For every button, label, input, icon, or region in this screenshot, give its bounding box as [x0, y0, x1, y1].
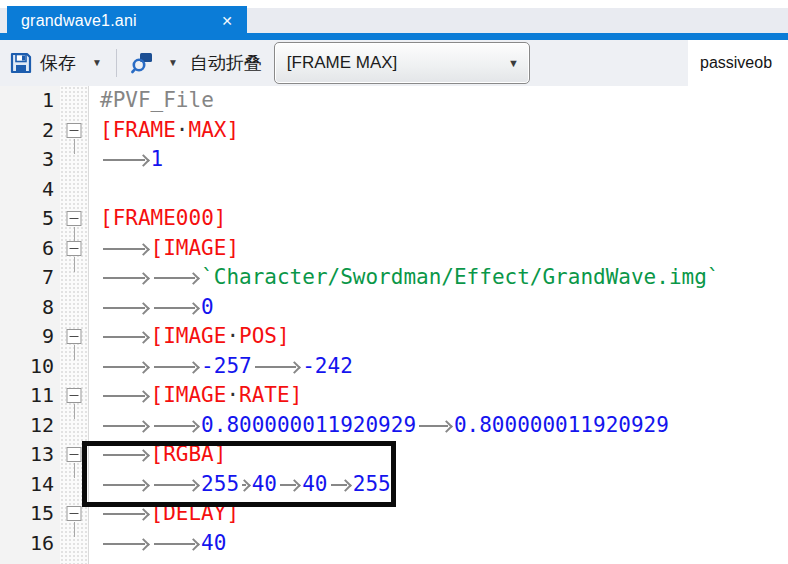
code-text — [88, 175, 100, 205]
code-line[interactable]: 1#PVF_File — [0, 86, 788, 116]
code-line[interactable]: 7`Character/Swordman/Effect/GrandWave.im… — [0, 263, 788, 293]
code-line[interactable]: 4 — [0, 175, 788, 205]
code-line[interactable]: 31 — [0, 145, 788, 175]
tab-arrow-icon — [416, 411, 454, 441]
fold-column — [60, 175, 88, 205]
code-text: [IMAGE·POS] — [88, 322, 290, 352]
fold-column — [60, 499, 88, 529]
autofold-button[interactable]: 自动折叠 — [190, 51, 262, 75]
tab-arrow-icon — [100, 293, 151, 323]
fold-column — [60, 86, 88, 116]
line-number: 13 — [0, 440, 60, 470]
code-token: · — [176, 118, 189, 142]
fold-column — [60, 470, 88, 500]
line-number: 2 — [0, 116, 60, 146]
fold-column — [60, 293, 88, 323]
tab-arrow-icon — [100, 529, 151, 559]
tab-arrow-icon — [277, 470, 302, 500]
fold-column — [60, 440, 88, 470]
fold-toggle-icon[interactable] — [67, 388, 82, 403]
tab-arrow-icon — [100, 145, 151, 175]
fold-column — [60, 234, 88, 264]
tab-arrow-icon — [100, 381, 151, 411]
code-token: [IMAGE — [151, 383, 227, 407]
code-token: [FRAME000] — [100, 206, 226, 230]
code-line[interactable]: 15[DELAY] — [0, 499, 788, 529]
combo-caret-icon: ▼ — [508, 58, 519, 69]
tab-arrow-icon — [252, 352, 303, 382]
code-token: [IMAGE — [151, 324, 227, 348]
code-text: 2554040255 — [88, 470, 391, 500]
tab-arrow-icon — [151, 470, 202, 500]
tab-arrow-icon — [151, 411, 202, 441]
line-number: 16 — [0, 529, 60, 559]
tab-arrow-icon — [151, 263, 202, 293]
code-text: 1 — [88, 145, 163, 175]
code-line[interactable]: 11[IMAGE·RATE] — [0, 381, 788, 411]
search-term-box[interactable]: passiveob — [688, 40, 788, 86]
code-token: -257 — [201, 354, 252, 378]
line-number: 15 — [0, 499, 60, 529]
tab-arrow-icon — [100, 499, 151, 529]
fold-column — [60, 204, 88, 234]
code-text: [DELAY] — [88, 499, 239, 529]
line-number: 4 — [0, 175, 60, 205]
save-dropdown-icon[interactable]: ▼ — [92, 58, 102, 68]
line-number: 8 — [0, 293, 60, 323]
fold-toggle-icon[interactable] — [67, 506, 82, 521]
code-token: 0.800000011920929 — [454, 413, 669, 437]
code-line[interactable]: 2[FRAME·MAX] — [0, 116, 788, 146]
tab-arrow-icon — [151, 293, 202, 323]
code-line[interactable]: 6[IMAGE] — [0, 234, 788, 264]
code-text: `Character/Swordman/Effect/GrandWave.img… — [88, 263, 719, 293]
code-token: RATE] — [239, 383, 302, 407]
fold-toggle-icon[interactable] — [67, 241, 82, 256]
line-number: 11 — [0, 381, 60, 411]
tab-strip: grandwave1.ani ✕ — [0, 0, 788, 40]
code-token: #PVF_File — [100, 88, 214, 112]
code-text: [IMAGE·RATE] — [88, 381, 302, 411]
fold-toggle-icon[interactable] — [67, 447, 82, 462]
code-token: 1 — [151, 147, 164, 171]
line-number: 1 — [0, 86, 60, 116]
code-lines: 1#PVF_File2[FRAME·MAX]3145[FRAME000]6[IM… — [0, 86, 788, 558]
code-text: [FRAME000] — [88, 204, 226, 234]
code-line[interactable]: 13[RGBA] — [0, 440, 788, 470]
code-token: 0 — [201, 295, 214, 319]
code-line[interactable]: 142554040255 — [0, 470, 788, 500]
tab-arrow-icon — [328, 470, 353, 500]
code-token: 40 — [302, 472, 327, 496]
line-number: 9 — [0, 322, 60, 352]
code-line[interactable]: 9[IMAGE·POS] — [0, 322, 788, 352]
code-editor[interactable]: 1#PVF_File2[FRAME·MAX]3145[FRAME000]6[IM… — [0, 86, 788, 564]
line-number: 6 — [0, 234, 60, 264]
fold-toggle-icon[interactable] — [67, 211, 82, 226]
active-tab-underline — [0, 33, 788, 40]
fold-toggle-icon[interactable] — [67, 329, 82, 344]
code-line[interactable]: 5[FRAME000] — [0, 204, 788, 234]
code-text: [FRAME·MAX] — [88, 116, 239, 146]
code-line[interactable]: 10-257-242 — [0, 352, 788, 382]
code-token: 40 — [201, 531, 226, 555]
code-token: MAX] — [189, 118, 240, 142]
fold-column — [60, 145, 88, 175]
tool-dropdown-icon[interactable]: ▼ — [168, 58, 178, 68]
editor-window: grandwave1.ani ✕ 保存 ▼ ▼ 自动折叠 [F — [0, 0, 788, 564]
fold-column — [60, 352, 88, 382]
fold-toggle-icon[interactable] — [67, 123, 82, 138]
tab-arrow-icon — [239, 470, 252, 500]
code-token: [RGBA] — [151, 442, 227, 466]
code-line[interactable]: 80 — [0, 293, 788, 323]
tab-close-icon[interactable]: ✕ — [219, 13, 235, 29]
save-button[interactable]: 保存 — [40, 51, 76, 75]
frame-select-dropdown[interactable]: [FRAME MAX] ▼ — [274, 42, 530, 84]
line-number: 7 — [0, 263, 60, 293]
save-icon[interactable] — [8, 50, 34, 76]
code-line[interactable]: 120.8000000119209290.800000011920929 — [0, 411, 788, 441]
code-token: POS] — [239, 324, 290, 348]
fold-column — [60, 411, 88, 441]
code-token: 0.800000011920929 — [201, 413, 416, 437]
tab-arrow-icon — [100, 440, 151, 470]
magnifier-tool-icon[interactable] — [129, 50, 155, 76]
code-line[interactable]: 1640 — [0, 529, 788, 559]
